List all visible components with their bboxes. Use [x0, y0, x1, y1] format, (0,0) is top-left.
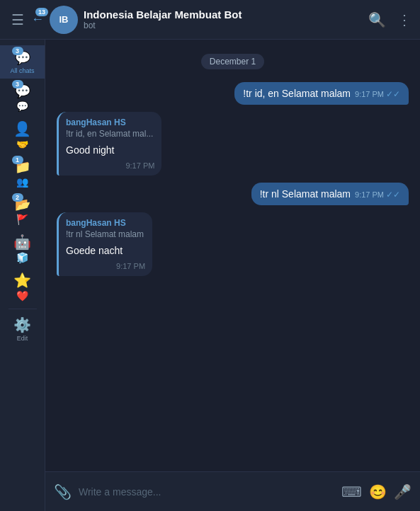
folders-badge: 2 [12, 193, 23, 202]
bubble-in-2: bangHasan HS !tr nl Selamat malam Goede … [57, 212, 152, 276]
contacts-icon: 👤 [13, 120, 31, 137]
message-time-2: 9:17 PM [355, 190, 384, 199]
sidebar-item-starred[interactable]: ⭐ ❤️ [0, 268, 45, 306]
back-button[interactable]: ← 13 [31, 12, 44, 27]
message-in-2: bangHasan HS !tr nl Selamat malam Goede … [57, 212, 152, 276]
date-badge: December 1 [201, 54, 264, 69]
all-chats-label: All chats [10, 67, 34, 74]
header-actions: 🔍 ⋮ [368, 11, 412, 28]
message-text-2: !tr nl Selamat malam [260, 188, 351, 200]
bubble-out-1: !tr id, en Selamat malam 9:17 PM ✓✓ [234, 82, 409, 105]
chat-header: ☰ ← 13 IB Indonesia Belajar Membuat Bot … [0, 0, 420, 40]
groups-emoji: 👥 [16, 176, 28, 188]
folders-icon: 📂 2 [15, 196, 30, 212]
message-input[interactable] [79, 486, 334, 498]
bot-icon: 🤖 [13, 234, 31, 251]
sidebar-item-folders[interactable]: 📂 2 🚩 [0, 192, 45, 229]
input-bar: 📎 ⌨ 😊 🎤 [45, 471, 420, 511]
sidebar-item-groups[interactable]: 📁 1 👥 [0, 154, 45, 192]
contacts-emoji: 🤝 [16, 139, 28, 150]
sender-name-2: bangHasan HS [59, 212, 152, 229]
all-chats-badge: 3 [12, 47, 23, 55]
message-text-1: !tr id, en Selamat malam [243, 88, 351, 99]
chat-name: Indonesia Belajar Membuat Bot [84, 8, 368, 21]
message-time-1: 9:17 PM [355, 90, 384, 98]
more-options-icon[interactable]: ⋮ [397, 11, 412, 28]
messages-list: December 1 !tr id, en Selamat malam 9:17… [45, 40, 420, 471]
menu-icon[interactable]: ☰ [8, 8, 27, 31]
meta-row-1: 9:17 PM [59, 161, 161, 176]
sidebar-item-all-chats[interactable]: 💬 3 All chats [0, 45, 45, 79]
edit-icon: ⚙️ [13, 316, 31, 333]
message-meta-1: 9:17 PM ✓✓ [355, 89, 400, 99]
sidebar-item-bot[interactable]: 🤖 🧊 [0, 229, 45, 268]
chats-badge: 3 [12, 80, 23, 88]
check-icon-1: ✓✓ [386, 89, 400, 99]
search-icon[interactable]: 🔍 [368, 11, 386, 28]
chats-emoji: 💬 [16, 101, 28, 112]
voice-icon[interactable]: 🎤 [394, 483, 412, 500]
chats-icon: 💬 3 [15, 83, 30, 99]
chat-info: Indonesia Belajar Membuat Bot bot [84, 8, 368, 30]
sidebar: 💬 3 All chats 💬 3 💬 👤 🤝 📁 1 👥 [0, 40, 45, 511]
sidebar-item-chats[interactable]: 💬 3 💬 [0, 79, 45, 116]
bubble-in-1: bangHasan HS !tr id, en Selamat mal... G… [57, 112, 161, 176]
meta-row-2: 9:17 PM [59, 262, 152, 276]
chat-area: December 1 !tr id, en Selamat malam 9:17… [45, 40, 420, 511]
main-text-2: Goede nacht [59, 242, 152, 262]
in-time-1: 9:17 PM [125, 161, 154, 170]
quoted-text-1: !tr id, en Selamat mal... [59, 129, 161, 142]
edit-label: Edit [17, 335, 28, 342]
star-icon: ⭐ [13, 272, 31, 289]
header-left: ☰ ← 13 [8, 8, 44, 31]
quoted-text-2: !tr nl Selamat malam [59, 229, 152, 242]
in-time-2: 9:17 PM [116, 262, 145, 270]
main-content: 💬 3 All chats 💬 3 💬 👤 🤝 📁 1 👥 [0, 40, 420, 511]
chat-status: bot [84, 21, 368, 30]
main-text-1: Good night [59, 142, 161, 161]
sidebar-item-edit[interactable]: ⚙️ Edit [0, 312, 45, 346]
message-in-1: bangHasan HS !tr id, en Selamat mal... G… [57, 112, 161, 176]
back-badge: 13 [35, 8, 48, 16]
sidebar-divider [8, 309, 37, 309]
bot-emoji: 🧊 [16, 252, 28, 263]
groups-icon: 📁 1 [15, 159, 30, 175]
folders-emoji: 🚩 [16, 214, 28, 225]
bubble-out-2: !tr nl Selamat malam 9:17 PM ✓✓ [251, 183, 409, 205]
message-out-1: !tr id, en Selamat malam 9:17 PM ✓✓ [234, 82, 409, 105]
message-meta-2: 9:17 PM ✓✓ [355, 190, 400, 200]
heart-emoji: ❤️ [16, 290, 28, 302]
sender-name-1: bangHasan HS [59, 112, 161, 129]
all-chats-icon: 💬 3 [15, 50, 30, 66]
groups-badge: 1 [12, 156, 23, 164]
command-icon[interactable]: ⌨ [341, 483, 362, 500]
sidebar-item-contacts[interactable]: 👤 🤝 [0, 116, 45, 154]
avatar: IB [50, 6, 78, 34]
check-icon-2: ✓✓ [386, 190, 400, 200]
message-out-2: !tr nl Selamat malam 9:17 PM ✓✓ [251, 183, 409, 205]
emoji-icon[interactable]: 😊 [369, 483, 387, 500]
attachment-icon[interactable]: 📎 [54, 483, 72, 500]
